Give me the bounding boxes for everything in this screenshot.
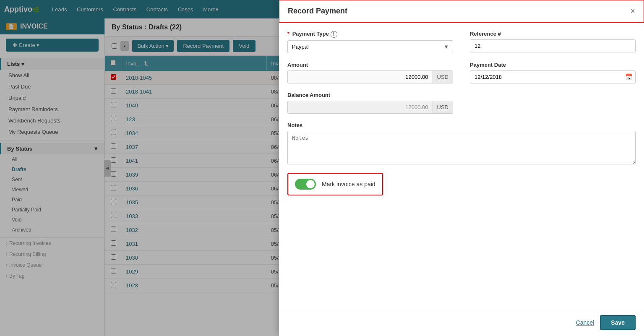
form-row-2: Amount USD Payment Date 📅 bbox=[287, 62, 636, 83]
calendar-icon-date[interactable]: 📅 bbox=[625, 73, 632, 80]
modal-close-button[interactable]: × bbox=[630, 6, 635, 16]
payment-date-wrapper: 📅 bbox=[470, 70, 636, 83]
payment-type-label: * Payment Type i bbox=[287, 31, 453, 38]
payment-date-input[interactable] bbox=[470, 70, 636, 83]
payment-type-select-wrapper: Paypal Cash Check Credit Card Bank Trans… bbox=[287, 40, 453, 53]
balance-input bbox=[288, 101, 433, 113]
save-button[interactable]: Save bbox=[600, 315, 636, 330]
modal-header: Record Payment × bbox=[279, 0, 644, 23]
balance-input-wrapper: USD bbox=[287, 101, 453, 114]
form-row-3: Balance Amount USD bbox=[287, 92, 636, 114]
record-payment-modal: Record Payment × * Payment Type i Paypal… bbox=[279, 0, 644, 336]
payment-date-label: Payment Date bbox=[470, 62, 636, 68]
modal-overlay: Record Payment × * Payment Type i Paypal… bbox=[0, 0, 644, 336]
payment-type-info-icon[interactable]: i bbox=[331, 31, 337, 38]
notes-label: Notes bbox=[287, 122, 636, 128]
mark-paid-label: Mark invoice as paid bbox=[322, 181, 375, 188]
payment-date-group: Payment Date 📅 bbox=[470, 62, 636, 83]
reference-input[interactable] bbox=[470, 39, 636, 52]
modal-title: Record Payment bbox=[288, 7, 347, 16]
form-row-1: * Payment Type i Paypal Cash Check Credi… bbox=[287, 31, 636, 53]
notes-textarea[interactable] bbox=[287, 131, 636, 164]
balance-spacer bbox=[470, 92, 636, 114]
amount-input[interactable] bbox=[288, 71, 433, 83]
amount-group: Amount USD bbox=[287, 62, 453, 83]
balance-group: Balance Amount USD bbox=[287, 92, 453, 114]
modal-body: * Payment Type i Paypal Cash Check Credi… bbox=[279, 22, 644, 309]
cancel-button[interactable]: Cancel bbox=[576, 319, 594, 326]
notes-group: Notes bbox=[287, 122, 636, 164]
mark-invoice-paid-row: Mark invoice as paid bbox=[287, 173, 383, 195]
mark-paid-toggle[interactable] bbox=[295, 179, 316, 190]
reference-label: Reference # bbox=[470, 31, 636, 37]
toggle-slider bbox=[295, 179, 316, 190]
payment-type-group: * Payment Type i Paypal Cash Check Credi… bbox=[287, 31, 453, 53]
payment-type-select[interactable]: Paypal Cash Check Credit Card Bank Trans… bbox=[287, 40, 453, 53]
amount-input-wrapper: USD bbox=[287, 70, 453, 83]
modal-footer: Cancel Save bbox=[279, 309, 644, 336]
balance-currency: USD bbox=[433, 101, 453, 113]
balance-label: Balance Amount bbox=[287, 92, 453, 98]
reference-group: Reference # bbox=[470, 31, 636, 53]
amount-label: Amount bbox=[287, 62, 453, 68]
amount-currency: USD bbox=[433, 71, 453, 83]
